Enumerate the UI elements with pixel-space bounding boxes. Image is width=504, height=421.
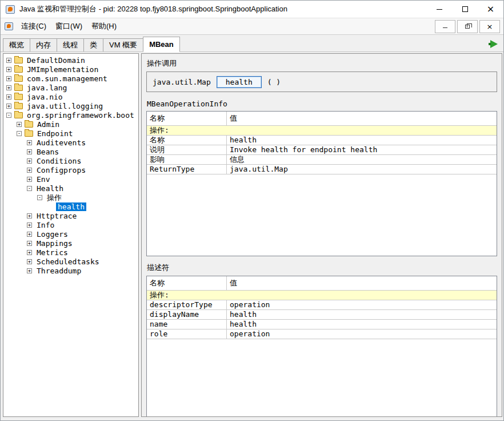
tree-item-操作[interactable]: -操作 <box>3 193 138 202</box>
cell-name[interactable]: role <box>147 329 227 339</box>
tree-item-org.springframework.boot[interactable]: -org.springframework.boot <box>3 110 138 120</box>
column-header-name[interactable]: 名称 <box>147 112 227 125</box>
table-row[interactable]: 说明Invoke health for endpoint health <box>147 145 497 155</box>
tab-MBean[interactable]: MBean <box>143 37 180 52</box>
tree-item-label[interactable]: Endpoint <box>35 129 75 138</box>
expand-icon[interactable]: + <box>27 241 32 246</box>
tree-item-label[interactable]: Conditions <box>35 157 83 165</box>
tree-item-Metrics[interactable]: +Metrics <box>3 248 138 257</box>
tree-item-Admin[interactable]: +Admin <box>3 120 138 129</box>
frame-close-button[interactable]: × <box>479 20 500 33</box>
invoke-health-button[interactable]: health <box>217 76 262 88</box>
table-row[interactable]: 影响信息 <box>147 155 497 165</box>
tree-item-label[interactable]: health <box>56 202 86 211</box>
expand-icon[interactable]: + <box>6 104 11 109</box>
tree-item-Scheduledtasks[interactable]: +Scheduledtasks <box>3 257 138 266</box>
tree-item-label[interactable]: Auditevents <box>35 138 87 147</box>
expand-icon[interactable]: + <box>6 85 11 90</box>
expand-icon[interactable]: + <box>27 140 32 145</box>
cell-value[interactable]: health <box>227 136 497 145</box>
minimize-button[interactable] <box>426 1 452 18</box>
tree-item-Env[interactable]: +Env <box>3 174 138 184</box>
frame-restore-button[interactable] <box>457 20 478 33</box>
tree-item-label[interactable]: JMImplementation <box>25 65 100 74</box>
tree-item-label[interactable]: Health <box>35 184 65 193</box>
cell-name[interactable]: name <box>147 320 227 329</box>
cell-name[interactable]: displayName <box>147 310 227 319</box>
tree-item-label[interactable]: Httptrace <box>35 212 78 220</box>
tab-类[interactable]: 类 <box>83 38 103 51</box>
tree-item-label[interactable]: Beans <box>35 148 61 156</box>
tab-VM 概要[interactable]: VM 概要 <box>103 38 143 51</box>
cell-name[interactable]: 说明 <box>147 145 227 154</box>
tree-item-label[interactable]: Configprops <box>35 166 87 174</box>
tree-item-label[interactable]: Scheduledtasks <box>35 257 101 266</box>
cell-value[interactable]: health <box>227 320 497 329</box>
tree-item-label[interactable]: Loggers <box>35 230 70 239</box>
tree-item-Info[interactable]: +Info <box>3 220 138 229</box>
expand-icon[interactable]: + <box>27 250 32 255</box>
tree-item-label[interactable]: Admin <box>35 120 61 129</box>
collapse-icon[interactable]: - <box>37 195 42 200</box>
table-row[interactable]: displayNamehealth <box>147 310 497 320</box>
expand-icon[interactable]: + <box>27 259 32 264</box>
cell-value[interactable]: operation <box>227 300 497 309</box>
expand-icon[interactable]: + <box>17 122 22 127</box>
cell-name[interactable]: ReturnType <box>147 165 227 174</box>
expand-icon[interactable]: + <box>27 177 32 182</box>
tree-item-Health[interactable]: -Health <box>3 184 138 193</box>
collapse-icon[interactable]: - <box>17 131 22 136</box>
tree-item-Conditions[interactable]: +Conditions <box>3 156 138 165</box>
tree-item-java.util.logging[interactable]: +java.util.logging <box>3 101 138 110</box>
column-header-value[interactable]: 值 <box>227 112 497 125</box>
tree-item-label[interactable]: com.sun.management <box>25 74 109 83</box>
expand-icon[interactable]: + <box>6 67 11 72</box>
expand-icon[interactable]: + <box>27 223 32 228</box>
tree-item-label[interactable]: 操作 <box>45 193 63 202</box>
cell-name[interactable]: 名称 <box>147 136 227 145</box>
tree-item-label[interactable]: java.util.logging <box>25 102 105 110</box>
expand-icon[interactable]: + <box>27 232 32 237</box>
tree-item-Httptrace[interactable]: +Httptrace <box>3 211 138 220</box>
tab-内存[interactable]: 内存 <box>30 38 57 51</box>
tree-item-label[interactable]: Info <box>35 221 56 229</box>
tree-item-Beans[interactable]: +Beans <box>3 147 138 156</box>
tree-item-label[interactable]: Threaddump <box>35 267 83 275</box>
tree-item-Loggers[interactable]: +Loggers <box>3 229 138 239</box>
expand-icon[interactable]: + <box>27 149 32 154</box>
cell-name[interactable]: 影响 <box>147 155 227 164</box>
tree-item-Configprops[interactable]: +Configprops <box>3 165 138 174</box>
tab-概览[interactable]: 概览 <box>3 38 30 51</box>
cell-name[interactable]: descriptorType <box>147 300 227 309</box>
tree-item-health[interactable]: health <box>3 202 138 211</box>
tree-item-JMImplementation[interactable]: +JMImplementation <box>3 65 138 74</box>
group-row-operation[interactable]: 操作: <box>147 126 497 136</box>
expand-icon[interactable]: + <box>27 213 32 219</box>
expand-icon[interactable]: + <box>27 268 32 273</box>
tree-item-label[interactable]: java.lang <box>25 84 69 92</box>
cell-value[interactable]: java.util.Map <box>227 165 497 174</box>
expand-icon[interactable]: + <box>27 168 32 173</box>
close-button[interactable]: × <box>478 1 503 18</box>
tree-item-DefaultDomain[interactable]: +DefaultDomain <box>3 55 138 65</box>
tree-item-java.nio[interactable]: +java.nio <box>3 92 138 101</box>
column-header-name[interactable]: 名称 <box>147 276 227 290</box>
maximize-button[interactable] <box>452 1 478 18</box>
table-row[interactable]: descriptorTypeoperation <box>147 300 497 310</box>
expand-icon[interactable]: + <box>6 76 11 81</box>
tree-item-label[interactable]: java.nio <box>25 93 65 101</box>
tree-item-label[interactable]: Env <box>35 175 51 184</box>
table-row[interactable]: roleoperation <box>147 329 497 339</box>
tree-item-label[interactable]: org.springframework.boot <box>25 111 136 120</box>
expand-icon[interactable]: + <box>6 58 11 63</box>
menu-item-1[interactable]: 窗口(W) <box>51 18 87 34</box>
tree-item-label[interactable]: Metrics <box>35 248 70 257</box>
table-row[interactable]: 名称health <box>147 136 497 145</box>
tree-item-Threaddump[interactable]: +Threaddump <box>3 266 138 275</box>
menu-item-2[interactable]: 帮助(H) <box>87 18 121 34</box>
tree-item-Mappings[interactable]: +Mappings <box>3 239 138 248</box>
cell-value[interactable]: 信息 <box>227 155 497 164</box>
table-row[interactable]: namehealth <box>147 320 497 329</box>
cell-value[interactable]: Invoke health for endpoint health <box>227 145 497 154</box>
collapse-icon[interactable]: - <box>27 186 32 191</box>
